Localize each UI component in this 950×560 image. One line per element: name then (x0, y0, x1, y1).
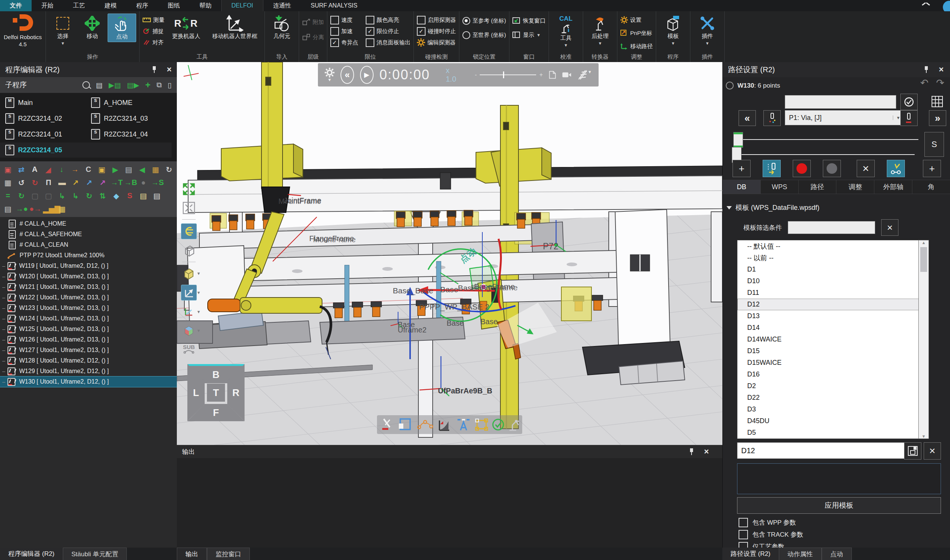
filter-input[interactable] (788, 221, 875, 234)
template-list-item[interactable]: D16 (738, 369, 928, 380)
menu-tab[interactable]: 连通性 (263, 0, 301, 11)
template-list-item[interactable]: D13 (738, 310, 928, 322)
template-list-item[interactable]: D10 (738, 275, 928, 287)
delete-icon[interactable]: ▯ (168, 81, 172, 89)
cal-tool-dropdown[interactable]: CAL 工具▼ (552, 14, 580, 49)
toolbar-icon[interactable]: ↓ (56, 165, 67, 174)
path-radio[interactable] (726, 82, 734, 89)
path-tab[interactable]: 外部轴 (875, 180, 912, 194)
touchup-point-button[interactable] (900, 110, 918, 126)
output-content[interactable] (177, 458, 722, 548)
path-points-icon[interactable] (417, 420, 433, 429)
template-list-item[interactable]: D2 (738, 380, 928, 392)
teach-point-button[interactable] (763, 160, 781, 177)
program-line[interactable]: # CALL A_CLEAN (0, 240, 177, 250)
point-name-field[interactable] (785, 95, 896, 109)
align-button[interactable]: 对齐 (143, 38, 165, 48)
s-button[interactable]: S (924, 132, 944, 157)
next-point-button[interactable]: » (929, 110, 946, 126)
path-tab[interactable]: 调整 (836, 180, 875, 194)
postprocess-dropdown[interactable]: 后处理▼ (586, 14, 614, 47)
zoom-selected-icon[interactable] (181, 200, 196, 215)
subprogram-item[interactable]: S R2ZC3214_03 (86, 111, 172, 126)
rewind-button[interactable]: « (340, 66, 354, 84)
template-list-item[interactable]: -- 以前 -- (738, 252, 928, 264)
toolbar-icon[interactable]: → (69, 165, 80, 174)
toolbar-icon[interactable]: ⇄ (16, 165, 27, 174)
program-line[interactable]: ‒ W125 [ Utool1, Uframe2, D13, () ] (0, 324, 177, 334)
zoom-fit-icon[interactable] (181, 182, 196, 197)
bottom-tab[interactable]: 输出 (177, 548, 207, 560)
view-cube[interactable]: B L T R F (185, 362, 247, 423)
template-list-item[interactable]: D1 (738, 264, 928, 275)
toolbar-icon[interactable]: ▤ (138, 191, 149, 200)
delete-template-button[interactable]: × (924, 442, 941, 460)
move-path-button[interactable]: 移动路径 (621, 42, 653, 51)
save-template-button[interactable] (904, 442, 921, 460)
toolbar-icon[interactable]: ▢ (43, 191, 54, 200)
option-checkbox[interactable]: 包含 TRACK 参数 (739, 530, 803, 539)
accel-checkbox[interactable]: 加速 (330, 26, 358, 36)
toolbar-icon[interactable]: ▤ (123, 165, 134, 174)
section-tool-icon[interactable] (181, 223, 197, 239)
attach-button[interactable]: 附加 (302, 17, 324, 27)
toolbar-icon[interactable]: ↻ (29, 178, 41, 187)
toolbar-icon[interactable]: ◆ (111, 191, 122, 200)
template-list-item[interactable]: D15 (738, 345, 928, 357)
speed-checkbox[interactable]: 速度 (330, 15, 358, 25)
confirm-point-button[interactable] (900, 94, 918, 110)
rubik-views-icon[interactable]: ▼ (181, 323, 196, 338)
scene-3d[interactable] (177, 62, 722, 445)
record-video-icon[interactable] (562, 70, 571, 79)
detach-button[interactable]: 分离 (302, 32, 324, 42)
close-icon[interactable]: × (939, 65, 944, 74)
scrollbar-thumb[interactable] (920, 247, 927, 272)
capture-button[interactable]: 捕捉 (143, 26, 165, 36)
toolbar-icon[interactable]: ◢ (43, 165, 54, 174)
template-dropdown[interactable]: 模板▼ (659, 14, 687, 47)
frame-mode-icon[interactable]: ▼ (181, 285, 197, 300)
toolbar-icon[interactable]: ▤ (2, 205, 14, 214)
player-settings-caret[interactable]: ▼ (328, 77, 332, 82)
template-list-item[interactable]: -- 默认值 -- (738, 240, 928, 252)
toolbar-icon[interactable]: ▣ (96, 165, 108, 174)
template-name-input[interactable]: D12 (737, 442, 909, 459)
axes-mode-icon[interactable]: ▼ (181, 304, 196, 319)
film-icon[interactable] (577, 69, 587, 80)
clear-filter-button[interactable]: × (881, 219, 898, 236)
path-tab[interactable]: 路径 (799, 180, 837, 194)
menu-tab[interactable]: DELFOI (221, 0, 263, 11)
menu-tab[interactable]: 建模 (95, 0, 126, 11)
speed-slider[interactable]: - + (475, 71, 543, 78)
subprogram-item[interactable]: S R2ZC3214_01 (0, 127, 86, 142)
toolbar-icon[interactable]: →S (151, 178, 163, 187)
toolbar-icon[interactable]: →T (111, 178, 122, 187)
program-line[interactable]: ‒ W126 [ Utool1, Uframe2, D13, () ] (0, 334, 177, 345)
toolbar-icon[interactable]: ● (138, 178, 149, 187)
toolbar-icon[interactable]: ▦ (150, 165, 162, 174)
toolbar-icon[interactable]: ▶ (110, 165, 121, 174)
collapse-ribbon-icon[interactable] (921, 2, 931, 8)
program-line[interactable]: ‒ W123 [ Utool1, Uframe2, D13, () ] (0, 303, 177, 313)
program-line[interactable]: ‒ W124 [ Utool1, Uframe2, D13, () ] (0, 313, 177, 324)
program-line[interactable]: PTP P72 Utool1 Uframe2 100% (0, 250, 177, 261)
toolbar-icon[interactable]: →● (16, 205, 27, 213)
program-line[interactable]: # CALL A_SAFEHOME (0, 229, 177, 240)
path-tab[interactable]: 角 (912, 180, 950, 194)
pnp-coords-button[interactable]: PnP坐标 (621, 28, 653, 38)
subprogram-item[interactable]: S R2ZC3214_02 (0, 111, 86, 126)
subprogram-item[interactable]: S R2ZC3214_04 (86, 127, 172, 142)
toolbar-icon[interactable]: ▣ (2, 165, 14, 174)
program-line[interactable]: ‒ W129 [ Utool1, Uframe2, D12, () ] (0, 366, 177, 377)
toolbar-icon[interactable]: S (124, 191, 135, 200)
to-world-radio[interactable]: 至世界 (坐标) (462, 30, 506, 40)
add-point-after-button[interactable]: + (923, 160, 941, 177)
measure-button[interactable]: 测量 (143, 15, 165, 25)
template-list-item[interactable]: D5 (738, 427, 928, 438)
import-program-icon[interactable]: ▶▤ (109, 81, 121, 89)
toolbar-icon[interactable]: ↳ (70, 191, 81, 200)
display-dropdown[interactable]: 显示▼ (513, 30, 545, 40)
program-line[interactable]: ‒ W128 [ Utool1, Uframe2, D12, () ] (0, 355, 177, 366)
apply-template-button[interactable]: 应用模板 (737, 497, 941, 514)
template-list-item[interactable]: D45DU (738, 415, 928, 427)
